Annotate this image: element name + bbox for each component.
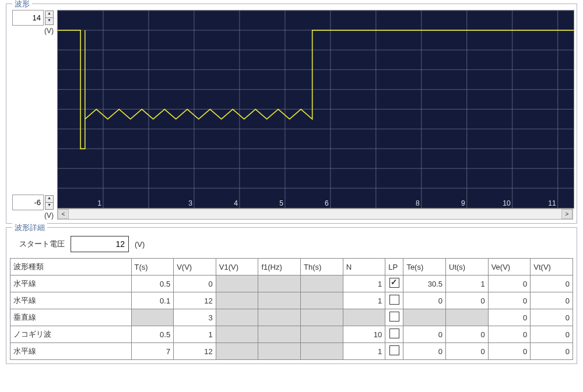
svg-text:6: 6 [325, 199, 329, 207]
cell-T[interactable]: 0.5 [131, 276, 174, 292]
svg-text:9: 9 [461, 199, 465, 207]
table-header: V(V) [174, 259, 216, 276]
cell-N[interactable]: 1 [343, 276, 385, 292]
table-header: Th(s) [301, 259, 343, 276]
svg-text:4: 4 [234, 199, 238, 207]
waveform-chart[interactable]: 13456891011 [57, 10, 574, 209]
table-header: N [343, 259, 385, 276]
scroll-right-icon[interactable]: > [561, 209, 573, 219]
cell-V[interactable]: 12 [174, 292, 216, 309]
cell-Ut[interactable]: 1 [446, 276, 489, 292]
cell-type[interactable]: 水平線 [10, 276, 132, 292]
cell-Ve[interactable]: 0 [488, 292, 531, 309]
cell-type[interactable]: 水平線 [10, 292, 132, 309]
start-voltage-unit: (V) [135, 240, 145, 249]
cell-T [131, 309, 174, 326]
lp-checkbox[interactable] [389, 345, 399, 355]
table-row: ノコギリ波0.51100000 [10, 326, 573, 343]
detail-panel-title: 波形詳細 [12, 223, 47, 233]
cell-Th [301, 309, 343, 326]
cell-V1 [216, 276, 258, 292]
cell-Ve[interactable]: 0 [488, 309, 531, 326]
y-unit-top: (V) [12, 27, 54, 35]
cell-V[interactable]: 3 [174, 309, 216, 326]
svg-text:10: 10 [503, 199, 511, 207]
svg-text:1: 1 [97, 199, 101, 207]
y-min-down-icon[interactable]: ▼ [45, 202, 54, 210]
cell-Ut[interactable]: 0 [446, 292, 489, 309]
start-voltage-input[interactable] [71, 236, 129, 252]
y-min-stepper[interactable]: ▲ ▼ [12, 195, 54, 210]
cell-Ut[interactable]: 0 [446, 343, 489, 360]
cell-N[interactable]: 10 [343, 326, 385, 343]
cell-type[interactable]: 垂直線 [10, 309, 132, 326]
lp-checkbox[interactable] [389, 278, 399, 288]
cell-N[interactable]: 1 [343, 343, 385, 360]
svg-text:11: 11 [548, 199, 556, 207]
svg-text:3: 3 [188, 199, 192, 207]
table-header: 波形種類 [10, 259, 132, 276]
y-max-input[interactable] [12, 10, 44, 26]
cell-T[interactable]: 0.1 [131, 292, 174, 309]
cell-V[interactable]: 12 [174, 343, 216, 360]
cell-V1 [216, 292, 258, 309]
waveform-table: 波形種類T(s)V(V)V1(V)f1(Hz)Th(s)NLPTe(s)Ut(s… [10, 258, 573, 360]
cell-Te[interactable]: 0 [403, 343, 446, 360]
cell-Te[interactable]: 0 [403, 292, 446, 309]
cell-Te[interactable]: 0 [403, 326, 446, 343]
y-axis-controls: ▲ ▼ (V) ▲ ▼ (V) [10, 10, 57, 220]
table-header: T(s) [131, 259, 174, 276]
y-max-stepper[interactable]: ▲ ▼ [12, 10, 54, 26]
cell-type[interactable]: ノコギリ波 [10, 326, 132, 343]
table-header: Te(s) [403, 259, 446, 276]
cell-V[interactable]: 1 [174, 326, 216, 343]
cell-LP[interactable] [385, 326, 403, 343]
start-voltage-label: スタート電圧 [19, 239, 65, 249]
cell-Ut[interactable]: 0 [446, 326, 489, 343]
cell-Te [403, 309, 446, 326]
lp-checkbox[interactable] [389, 312, 399, 322]
cell-Vt[interactable]: 0 [531, 326, 573, 343]
cell-Vt[interactable]: 0 [531, 292, 573, 309]
table-header: Ut(s) [446, 259, 489, 276]
waveform-panel: 波形 ▲ ▼ (V) ▲ ▼ [6, 3, 577, 224]
lp-checkbox[interactable] [389, 295, 399, 305]
table-header: LP [385, 259, 403, 276]
svg-text:8: 8 [416, 199, 420, 207]
cell-LP[interactable] [385, 292, 403, 309]
cell-T[interactable]: 7 [131, 343, 174, 360]
waveform-panel-title: 波形 [12, 0, 32, 9]
scroll-left-icon[interactable]: < [58, 209, 69, 219]
cell-LP[interactable] [385, 309, 403, 326]
cell-Th [301, 326, 343, 343]
cell-Ve[interactable]: 0 [488, 276, 531, 292]
table-header: Vt(V) [531, 259, 573, 276]
table-header: V1(V) [216, 259, 258, 276]
y-unit-bottom: (V) [12, 211, 54, 220]
cell-Vt[interactable]: 0 [531, 276, 573, 292]
svg-text:5: 5 [279, 199, 283, 207]
y-max-down-icon[interactable]: ▼ [45, 17, 54, 25]
y-max-up-icon[interactable]: ▲ [45, 10, 54, 17]
y-min-up-icon[interactable]: ▲ [45, 195, 54, 202]
cell-LP[interactable] [385, 343, 403, 360]
cell-f1 [258, 276, 301, 292]
cell-Te[interactable]: 30.5 [403, 276, 446, 292]
cell-f1 [258, 309, 301, 326]
cell-T[interactable]: 0.5 [131, 326, 174, 343]
cell-Th [301, 343, 343, 360]
cell-V[interactable]: 0 [174, 276, 216, 292]
cell-Ve[interactable]: 0 [488, 343, 531, 360]
lp-checkbox[interactable] [389, 329, 399, 338]
table-row: 水平線71210000 [10, 343, 573, 360]
cell-Vt[interactable]: 0 [531, 309, 573, 326]
horizontal-scrollbar[interactable]: < > [57, 209, 573, 220]
cell-V1 [216, 326, 258, 343]
cell-type[interactable]: 水平線 [10, 343, 132, 360]
cell-N[interactable]: 1 [343, 292, 385, 309]
cell-LP[interactable] [385, 276, 403, 292]
cell-Ve[interactable]: 0 [488, 326, 531, 343]
cell-f1 [258, 292, 301, 309]
cell-Vt[interactable]: 0 [531, 343, 573, 360]
y-min-input[interactable] [12, 195, 44, 210]
